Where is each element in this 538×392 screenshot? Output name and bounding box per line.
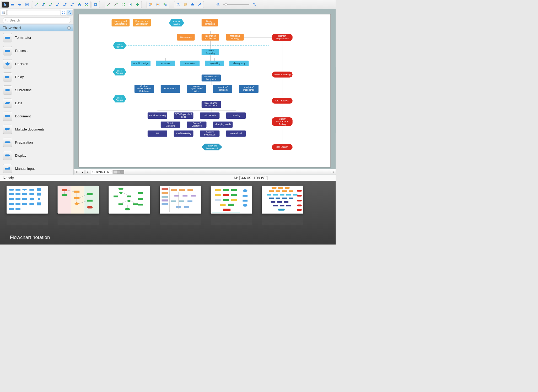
node-goal[interactable]: Goal Channel Optimization bbox=[202, 101, 221, 108]
node-syndication[interactable]: Content Syndication bbox=[200, 130, 220, 137]
node-photography[interactable]: Photography bbox=[229, 61, 249, 66]
node-graphic[interactable]: Graphic Design bbox=[131, 61, 150, 66]
node-marketing[interactable]: Marketing Strategy bbox=[226, 34, 244, 41]
node-affiliate[interactable]: Affiliate Marketing bbox=[161, 122, 180, 128]
next-page-button[interactable]: ▶ bbox=[85, 170, 90, 174]
layer-boxes[interactable] bbox=[113, 170, 124, 173]
node-intranet[interactable]: Intranet Syndication/ Wikis bbox=[187, 85, 206, 93]
node-ecommerce[interactable]: eCommerce bbox=[161, 85, 180, 93]
shape-process[interactable]: Process bbox=[0, 44, 73, 57]
node-email[interactable]: E-mail Marketing bbox=[148, 112, 167, 119]
node-biztools[interactable]: Business Tools Integration bbox=[202, 75, 221, 81]
node-usability[interactable]: Usability bbox=[226, 112, 246, 119]
gallery-item[interactable] bbox=[109, 186, 150, 225]
svg-rect-64 bbox=[3, 13, 3, 14]
prev-page-button[interactable]: ◀ bbox=[80, 170, 85, 174]
node-launch[interactable]: Site Launch bbox=[272, 144, 293, 150]
node-wireframes[interactable]: Wireframes bbox=[177, 34, 195, 41]
connector-1-button[interactable] bbox=[33, 2, 40, 7]
pan-tool-button[interactable] bbox=[182, 2, 189, 7]
zoom-in-button[interactable] bbox=[251, 2, 258, 7]
shape-terminator[interactable]: Terminator bbox=[0, 31, 73, 44]
node-pr[interactable]: PR bbox=[148, 130, 167, 137]
pointer-tool-button[interactable] bbox=[2, 2, 9, 7]
path-1-button[interactable] bbox=[105, 2, 112, 7]
shape-decision[interactable]: Decision bbox=[0, 57, 73, 70]
multi-connector-button[interactable] bbox=[83, 2, 90, 7]
path-3-button[interactable] bbox=[120, 2, 127, 7]
gallery-item[interactable] bbox=[160, 186, 201, 225]
node-qa[interactable]: Quality Assurance & Testing bbox=[272, 117, 293, 126]
node-kickoff[interactable]: Kick-off meeting bbox=[169, 19, 184, 26]
node-shopping[interactable]: Shopping Feeds bbox=[213, 122, 233, 128]
shape-multiple-documents[interactable]: Multiple documents bbox=[0, 123, 73, 136]
group-1-button[interactable] bbox=[147, 2, 154, 7]
shape-display[interactable]: Display bbox=[0, 149, 73, 162]
node-proposal[interactable]: Proposal and Specification bbox=[133, 19, 151, 26]
node-international[interactable]: International bbox=[226, 130, 246, 137]
eyedropper-tool-button[interactable] bbox=[196, 2, 203, 7]
libraries-tree-button[interactable] bbox=[1, 10, 7, 15]
group-3-button[interactable] bbox=[162, 2, 169, 7]
stamp-tool-button[interactable] bbox=[189, 2, 196, 7]
node-copywriting[interactable]: Copywriting bbox=[205, 61, 224, 66]
node-paid[interactable]: Paid Search bbox=[200, 112, 220, 119]
node-design[interactable]: Design Templates bbox=[202, 19, 218, 26]
close-section-button[interactable]: ✕ bbox=[67, 26, 71, 30]
zoom-tool-button[interactable] bbox=[175, 2, 181, 7]
node-assembly[interactable]: Content Assembly bbox=[202, 49, 219, 55]
gallery-item[interactable] bbox=[262, 186, 303, 225]
section-header-flowchart[interactable]: Flowchart ✕ bbox=[0, 25, 73, 31]
align-button[interactable] bbox=[127, 2, 134, 7]
connector-6-button[interactable] bbox=[69, 2, 76, 7]
tree-connector-button[interactable] bbox=[76, 2, 83, 7]
shape-data[interactable]: Data bbox=[0, 97, 73, 110]
library-filter-input[interactable] bbox=[7, 10, 60, 15]
pages-pause-button[interactable]: ⏸ bbox=[74, 170, 79, 174]
shape-preparation[interactable]: Preparation bbox=[0, 136, 73, 149]
node-review[interactable]: Review and Approvement bbox=[202, 144, 222, 150]
text-tool-button[interactable] bbox=[24, 2, 30, 7]
connector-5-button[interactable] bbox=[62, 2, 68, 7]
library-search-button[interactable] bbox=[67, 10, 72, 15]
node-cms[interactable]: Content Management/ Database bbox=[134, 85, 154, 93]
search-input[interactable]: Search bbox=[3, 17, 71, 23]
node-auction[interactable]: Auction/ Clearance bbox=[187, 122, 207, 128]
fullscreen-button[interactable]: ⛶ bbox=[330, 170, 335, 174]
node-domain[interactable]: Domain Registrations bbox=[272, 34, 293, 41]
node-meeting[interactable]: Meeting and Consultation bbox=[112, 19, 130, 26]
zoom-out-button[interactable] bbox=[215, 2, 222, 7]
grid-toggle-button[interactable] bbox=[61, 10, 66, 15]
gallery-item[interactable] bbox=[211, 186, 252, 225]
node-analytics[interactable]: Analytics/ Intelligence bbox=[239, 85, 259, 93]
zoom-slider[interactable] bbox=[223, 4, 249, 5]
node-approve-1[interactable]: Client Approve bbox=[113, 42, 126, 49]
connector-2-button[interactable] bbox=[40, 2, 47, 7]
canvas[interactable]: Meeting and Consultation Proposal and Sp… bbox=[79, 14, 331, 167]
node-approve-3[interactable]: Client Approve bbox=[113, 95, 126, 102]
rectangle-tool-button[interactable] bbox=[9, 2, 16, 7]
zoom-select[interactable]: Custom 41% bbox=[91, 170, 113, 174]
node-viral[interactable]: Viral Marketing bbox=[174, 130, 193, 137]
shape-subroutine[interactable]: Subroutine bbox=[0, 84, 73, 97]
ellipse-tool-button[interactable] bbox=[16, 2, 23, 7]
node-hosting[interactable]: Server & Hosting bbox=[272, 72, 293, 77]
connector-4-button[interactable] bbox=[54, 2, 61, 7]
insert-shape-button[interactable] bbox=[92, 2, 99, 7]
shape-manual-input[interactable]: Manual input bbox=[0, 162, 73, 175]
distribute-button[interactable] bbox=[134, 2, 141, 7]
node-infoarch[interactable]: Information Architecture bbox=[202, 34, 219, 41]
node-seo[interactable]: SEO-Keywords & code bbox=[174, 112, 193, 119]
node-prototype[interactable]: Site Prototype bbox=[272, 98, 293, 104]
path-2-button[interactable] bbox=[112, 2, 119, 7]
node-inventory[interactable]: Inventory/ Fulfilment bbox=[213, 85, 232, 93]
connector-3-button[interactable] bbox=[47, 2, 54, 7]
shape-document[interactable]: Document bbox=[0, 110, 73, 123]
node-approve-2[interactable]: Client Approve bbox=[113, 68, 126, 75]
group-2-button[interactable] bbox=[154, 2, 161, 7]
shape-delay[interactable]: Delay bbox=[0, 70, 73, 84]
gallery-item[interactable] bbox=[58, 186, 99, 225]
gallery-item[interactable] bbox=[7, 186, 48, 225]
node-animation[interactable]: Animation bbox=[180, 61, 200, 66]
node-artworks[interactable]: Art Works bbox=[156, 61, 175, 66]
